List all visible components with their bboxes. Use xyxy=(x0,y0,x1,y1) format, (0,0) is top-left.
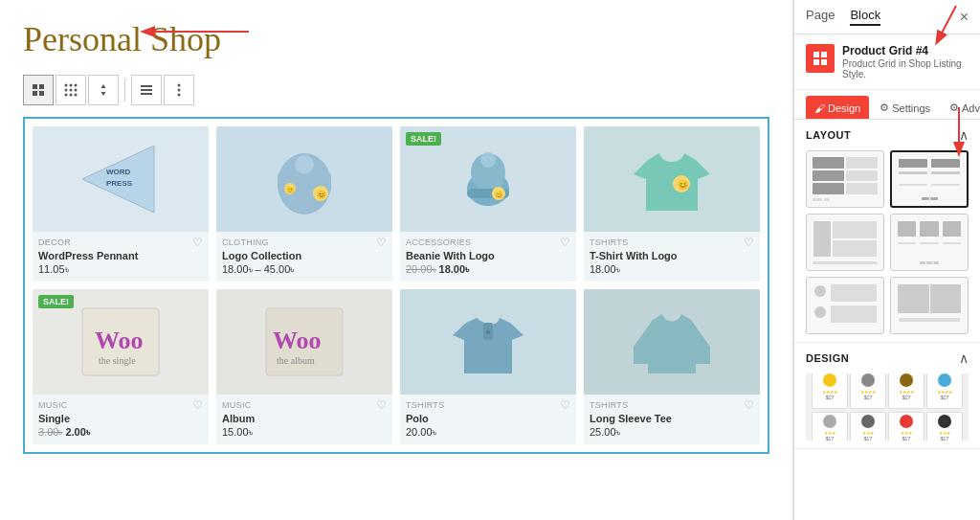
svg-point-11 xyxy=(65,94,68,97)
svg-point-18 xyxy=(178,89,181,92)
price-4: $17 xyxy=(941,395,948,400)
product-image-3: SALE! 😊 xyxy=(400,126,576,232)
product-price-1: 11.05৳ xyxy=(38,263,203,276)
product-category-7: TSHIRTS xyxy=(406,400,444,410)
product-price-7: 20.00৳ xyxy=(406,426,570,439)
tab-advanced[interactable]: ⚙ Advanced xyxy=(941,96,980,119)
tab-settings[interactable]: ⚙ Settings xyxy=(871,96,939,119)
svg-point-19 xyxy=(178,94,181,97)
toolbar-updown-btn[interactable] xyxy=(88,75,119,105)
svg-text:😊: 😊 xyxy=(678,179,689,191)
wishlist-btn-2[interactable]: ♡ xyxy=(376,236,387,249)
product-card-2[interactable]: 😊 🙂 CLOTHING♡Logo Collection18.00৳ – 45.… xyxy=(216,126,392,282)
svg-point-13 xyxy=(75,94,78,97)
product-info-2: CLOTHING♡Logo Collection18.00৳ – 45.00৳ xyxy=(216,232,392,282)
product-category-4: TSHIRTS xyxy=(590,237,628,247)
svg-text:the single: the single xyxy=(99,355,136,366)
product-name-5: Single xyxy=(38,413,203,424)
svg-rect-47 xyxy=(813,52,819,57)
design-product-6: ★★★ $17 xyxy=(850,412,886,441)
product-card-4[interactable]: 😊 TSHIRTS♡T-Shirt With Logo18.00৳ xyxy=(584,126,760,282)
wishlist-btn-6[interactable]: ♡ xyxy=(376,398,387,412)
svg-rect-48 xyxy=(821,52,827,57)
product-name-8: Long Sleeve Tee xyxy=(590,413,754,424)
svg-point-46 xyxy=(486,330,490,334)
design-section: Design ∧ PRODUCT GRID # ★★★★ $17 ★★★★ $1… xyxy=(794,343,980,449)
layout-option-3[interactable] xyxy=(806,214,884,271)
toolbar-grid-btn[interactable] xyxy=(56,75,86,105)
svg-point-33 xyxy=(480,152,496,168)
product-card-6[interactable]: Woo the album MUSIC♡Album15.00৳ xyxy=(216,289,392,444)
product-name-4: T-Shirt With Logo xyxy=(590,250,754,261)
layout-grid xyxy=(806,150,969,334)
svg-line-51 xyxy=(937,6,956,42)
svg-text:WORD: WORD xyxy=(106,168,131,176)
design-preview-inner: PRODUCT GRID # ★★★★ $17 ★★★★ $17 ★★★★ xyxy=(806,373,969,441)
layout-option-6[interactable] xyxy=(890,277,969,334)
block-subtitle: Product Grid in Shop Listing Style. xyxy=(842,58,969,79)
tab-page[interactable]: Page xyxy=(806,8,835,26)
block-icon xyxy=(806,44,835,73)
settings-icon: ⚙ xyxy=(880,102,889,114)
product-category-2: CLOTHING xyxy=(222,237,269,247)
layout-option-2[interactable] xyxy=(890,150,969,208)
toolbar-more-btn[interactable] xyxy=(164,75,194,105)
toolbar-list-btn[interactable] xyxy=(23,75,54,105)
wishlist-btn-8[interactable]: ♡ xyxy=(744,398,754,412)
product-card-3[interactable]: SALE! 😊 ACCESSORIES♡Beanie With Logo20.0… xyxy=(400,126,576,282)
product-category-6: MUSIC xyxy=(222,400,252,410)
toolbar-align-btn[interactable] xyxy=(131,75,162,105)
svg-point-9 xyxy=(70,89,73,92)
wishlist-btn-4[interactable]: ♡ xyxy=(744,236,754,249)
design-row-1: ★★★★ $17 ★★★★ $17 ★★★★ $17 xyxy=(809,373,966,409)
svg-text:🙂: 🙂 xyxy=(286,186,295,194)
layout-option-4[interactable] xyxy=(890,214,969,271)
section-header-layout: Layout ∧ xyxy=(806,127,969,143)
toolbar xyxy=(23,75,769,105)
product-name-6: Album xyxy=(222,413,387,424)
product-card-7[interactable]: TSHIRTS♡Polo20.00৳ xyxy=(400,289,576,444)
product-name-3: Beanie With Logo xyxy=(406,250,570,261)
svg-point-8 xyxy=(65,89,68,92)
svg-point-12 xyxy=(70,94,73,97)
svg-point-5 xyxy=(65,84,68,87)
product-grid: WORD PRESS DECOR♡WordPress Pennant11.05৳… xyxy=(33,126,760,444)
design-product-1: ★★★★ $17 xyxy=(812,373,848,409)
main-content: Personal Shop WORD PRESS DECOR♡WordPress… xyxy=(0,0,792,520)
product-category-1: DECOR xyxy=(38,237,71,247)
product-card-8[interactable]: TSHIRTS♡Long Sleeve Tee25.00৳ xyxy=(584,289,760,444)
svg-rect-50 xyxy=(821,59,827,65)
tab-block[interactable]: Block xyxy=(850,8,880,26)
design-product-3: ★★★★ $17 xyxy=(888,373,924,409)
design-product-5: ★★★ $17 xyxy=(812,412,848,441)
wishlist-btn-5[interactable]: ♡ xyxy=(192,398,203,412)
price-3: $17 xyxy=(902,395,910,400)
product-image-8 xyxy=(584,289,760,395)
price-8: $17 xyxy=(941,436,948,441)
svg-rect-49 xyxy=(813,59,819,65)
panel-action-tabs: 🖌 Design ⚙ Settings ⚙ Advanced xyxy=(794,90,980,120)
sale-badge-3: SALE! xyxy=(406,132,441,146)
product-price-5: 3.00৳2.00৳ xyxy=(38,426,203,439)
product-card-1[interactable]: WORD PRESS DECOR♡WordPress Pennant11.05৳ xyxy=(33,126,209,282)
design-product-8: ★★★ $17 xyxy=(926,412,963,441)
design-product-4: ★★★★ $17 xyxy=(926,373,963,409)
price-2: $17 xyxy=(864,395,872,400)
svg-rect-15 xyxy=(141,89,152,91)
svg-rect-14 xyxy=(141,85,152,87)
layout-option-5[interactable] xyxy=(806,277,884,334)
price-6: $17 xyxy=(864,436,872,441)
svg-point-10 xyxy=(75,89,78,92)
price-1: $17 xyxy=(826,395,834,400)
advanced-icon: ⚙ xyxy=(949,102,959,114)
wishlist-btn-3[interactable]: ♡ xyxy=(560,236,570,249)
product-image-5: SALE! Woo the single xyxy=(33,289,209,395)
layout-option-1[interactable] xyxy=(806,150,884,208)
layout-toggle-btn[interactable]: ∧ xyxy=(959,127,969,143)
product-card-5[interactable]: SALE! Woo the single MUSIC♡Single3.00৳2.… xyxy=(33,289,209,444)
wishlist-btn-1[interactable]: ♡ xyxy=(192,236,203,249)
design-toggle-btn[interactable]: ∧ xyxy=(959,350,969,366)
wishlist-btn-7[interactable]: ♡ xyxy=(560,398,570,412)
product-info-1: DECOR♡WordPress Pennant11.05৳ xyxy=(33,232,209,282)
tab-design[interactable]: 🖌 Design xyxy=(806,96,869,119)
